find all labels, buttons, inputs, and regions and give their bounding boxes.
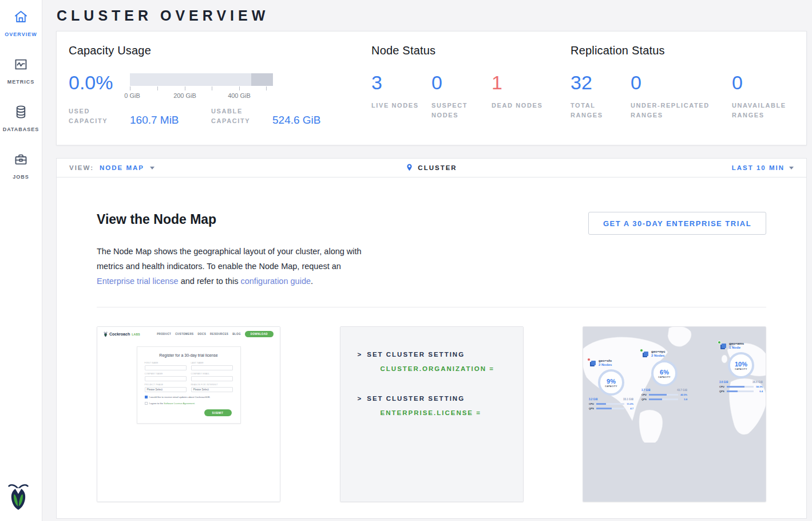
usable-capacity-label: USABLE CAPACITY <box>211 106 266 126</box>
live-nodes-value: 3 <box>371 72 431 93</box>
node-status-section: Node Status 3 LIVE NODES 0 SUSPECT NODES… <box>371 44 571 145</box>
replication-status-title: Replication Status <box>571 44 806 57</box>
capacity-donut: 6% CAPACITY <box>651 360 678 386</box>
step1-caption: Step 1: Get a trial license delivered st… <box>97 502 280 502</box>
view-value: NODE MAP <box>100 164 144 171</box>
node-map-description: The Node Map shows the geographical layo… <box>97 244 365 289</box>
step1-card: Cockroach LABS PRODUCT CUSTOMERS DOCS RE… <box>97 326 280 502</box>
metrics-icon <box>13 57 29 74</box>
total-ranges-stat: 32 TOTAL RANGES <box>571 72 631 120</box>
reason-select: Please Select <box>191 387 233 392</box>
live-nodes-stat: 3 LIVE NODES <box>371 72 431 120</box>
view-selector-dropdown[interactable]: VIEW: NODE MAP <box>69 164 311 171</box>
chevron-down-icon <box>150 167 155 169</box>
configuration-guide-link[interactable]: configuration guide <box>240 277 311 286</box>
home-icon <box>13 9 29 27</box>
view-label: VIEW: <box>69 164 94 171</box>
suspect-nodes-stat: 0 SUSPECT NODES <box>431 72 492 120</box>
register-form-title: Register for a 30-day trial license <box>145 353 233 357</box>
description-text: The Node Map shows the geographical layo… <box>97 247 362 271</box>
capacity-usage-title: Capacity Usage <box>69 44 371 57</box>
first-name-field <box>145 365 187 370</box>
download-pill: DOWNLOAD <box>245 331 274 337</box>
node-cube-icon <box>591 361 596 365</box>
node-map-illustration: geo=sfo2 Nodes 9% CAPACITY 3.2 GiB33.1 G… <box>583 327 766 502</box>
view-toolbar: VIEW: NODE MAP CLUSTER LAST 10 MIN <box>56 158 807 177</box>
briefcase-icon <box>13 152 29 169</box>
capacity-bar-used-segment <box>251 73 273 86</box>
tick-label: 0 GiB <box>124 92 140 99</box>
company-name-field <box>145 376 187 381</box>
sidebar-item-overview[interactable]: OVERVIEW <box>5 9 37 37</box>
replication-status-section: Replication Status 32 TOTAL RANGES 0 UND… <box>571 44 806 145</box>
node-map-panel: View the Node Map GET A 30-DAY ENTERPRIS… <box>56 177 807 519</box>
enterprise-trial-button[interactable]: GET A 30-DAY ENTERPRISE TRIAL <box>588 212 766 235</box>
unavailable-ranges-value: 0 <box>732 72 792 93</box>
under-replicated-ranges-stat: 0 UNDER-REPLICATED RANGES <box>631 72 732 120</box>
page-title: CLUSTER OVERVIEW <box>56 0 807 31</box>
node-map-heading: View the Node Map <box>97 212 216 227</box>
sidebar-item-label: OVERVIEW <box>5 31 37 37</box>
scope-breadcrumb: CLUSTER <box>311 163 552 173</box>
sidebar-item-label: JOBS <box>13 174 29 180</box>
sidebar-item-label: METRICS <box>7 79 35 85</box>
capacity-axis-labels: 0 GiB 200 GiB 400 GiB <box>130 92 273 100</box>
capacity-percent: 0.0% <box>69 72 130 100</box>
capacity-usage-section: Capacity Usage 0.0% 0 GiB 200 GiB 400 Gi… <box>69 44 371 145</box>
sidebar-item-metrics[interactable]: METRICS <box>7 57 35 85</box>
capacity-donut: 10% CAPACITY <box>728 352 754 378</box>
sidebar-item-databases[interactable]: DATABASES <box>3 104 39 132</box>
tick-label: 400 GiB <box>228 92 251 99</box>
tick-label: 200 GiB <box>173 92 196 99</box>
step2-card: >SET CLUSTER SETTING CLUSTER.ORGANIZATIO… <box>340 326 524 502</box>
suspect-nodes-value: 0 <box>431 72 492 93</box>
dead-nodes-label: DEAD NODES <box>492 101 544 110</box>
company-email-field <box>191 376 233 381</box>
section-divider <box>97 307 766 307</box>
sidebar: OVERVIEW METRICS DATABASES JOBS <box>0 0 42 521</box>
checkbox-checked <box>145 396 148 398</box>
admin-ui: OVERVIEW METRICS DATABASES JOBS <box>0 0 812 521</box>
locality-widget-nyc: geo=nyc2 Nodes 6% CAPACITY 3.7 GiB43.7 G… <box>641 350 687 401</box>
unavailable-ranges-label: UNAVAILABLE RANGES <box>732 101 785 120</box>
usable-capacity-metric: USABLE CAPACITY 524.6 GiB <box>211 106 354 126</box>
description-text: and refer to this <box>181 277 239 286</box>
usable-capacity-value: 524.6 GiB <box>272 115 321 126</box>
status-dot-green <box>640 349 643 352</box>
database-icon <box>13 104 29 122</box>
total-ranges-value: 32 <box>571 72 631 93</box>
trial-register-form: Register for a 30-day trial license FIRS… <box>137 346 241 424</box>
under-replicated-ranges-value: 0 <box>631 72 732 93</box>
step3-caption: Step 3: Refer this configuration guide t… <box>583 502 766 502</box>
sidebar-item-label: DATABASES <box>3 127 39 132</box>
step2-caption: Step 2: Activate the trial license with … <box>340 502 523 502</box>
sidebar-nav: OVERVIEW METRICS DATABASES JOBS <box>0 0 42 199</box>
capacity-bar-chart: 0 GiB 200 GiB 400 GiB <box>130 72 273 100</box>
used-capacity-label: USED CAPACITY <box>69 106 123 126</box>
scope-label: CLUSTER <box>418 164 457 171</box>
time-range-dropdown[interactable]: LAST 10 MIN <box>552 164 794 171</box>
suspect-nodes-label: SUSPECT NODES <box>431 101 484 120</box>
submit-pill: SUBMIT <box>204 409 232 416</box>
enterprise-trial-license-link[interactable]: Enterprise trial license <box>97 277 179 286</box>
capacity-bar <box>130 73 273 86</box>
live-nodes-label: LIVE NODES <box>371 101 424 110</box>
register-site-screenshot: Cockroach LABS PRODUCT CUSTOMERS DOCS RE… <box>97 327 280 502</box>
step3-card: geo=sfo2 Nodes 9% CAPACITY 3.2 GiB33.1 G… <box>583 326 766 502</box>
status-dot-green <box>718 341 721 344</box>
sidebar-item-jobs[interactable]: JOBS <box>13 152 29 180</box>
dead-nodes-stat: 1 DEAD NODES <box>492 72 552 120</box>
node-status-title: Node Status <box>371 44 571 57</box>
last-name-field <box>191 365 233 370</box>
cluster-summary-panel: Capacity Usage 0.0% 0 GiB 200 GiB 400 Gi… <box>56 31 807 145</box>
cockroach-labs-logo: Cockroach LABS <box>104 331 140 337</box>
main-content: CLUSTER OVERVIEW Capacity Usage 0.0% 0 G… <box>42 0 812 521</box>
status-dot-red <box>587 358 591 361</box>
node-cube-icon <box>644 352 648 356</box>
locality-widget-ams: geo=ams1 Node 10% CAPACITY 3.6 GiB36.6 G… <box>719 342 763 393</box>
dead-nodes-value: 1 <box>492 72 552 93</box>
capacity-donut: 9% CAPACITY <box>598 369 624 396</box>
map-pin-icon <box>406 163 413 173</box>
under-replicated-ranges-label: UNDER-REPLICATED RANGES <box>631 101 728 120</box>
unavailable-ranges-stat: 0 UNAVAILABLE RANGES <box>732 72 792 120</box>
